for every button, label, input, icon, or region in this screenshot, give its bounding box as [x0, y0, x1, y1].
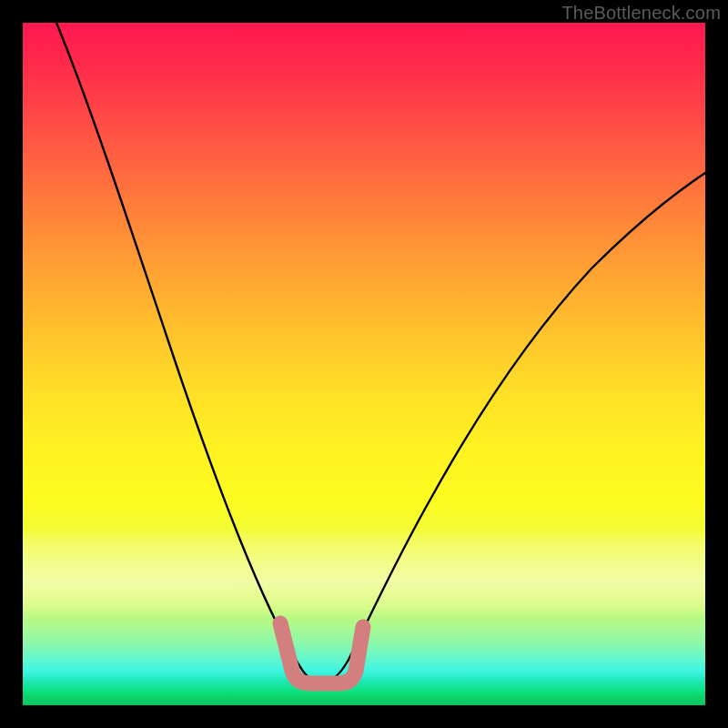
- curve-layer: [23, 23, 705, 705]
- plot-area: [23, 23, 705, 705]
- bottleneck-curve: [56, 23, 705, 683]
- watermark-text: TheBottleneck.com: [561, 3, 721, 24]
- chart-stage: TheBottleneck.com: [0, 0, 728, 728]
